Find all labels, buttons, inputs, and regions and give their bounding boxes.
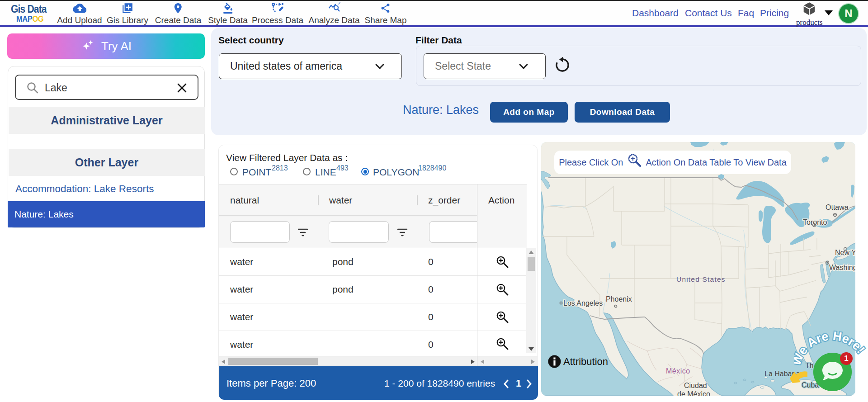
svg-text:México: México	[666, 367, 690, 375]
svg-text:New Yor: New Yor	[835, 249, 855, 256]
svg-text:de México: de México	[677, 390, 710, 396]
svg-text:Ottawa: Ottawa	[826, 203, 849, 211]
svg-text:United States: United States	[676, 275, 726, 283]
svg-text:Phoenix: Phoenix	[606, 295, 632, 303]
svg-text:Toronto: Toronto	[803, 218, 827, 226]
svg-text:Ciudad: Ciudad	[684, 382, 707, 389]
svg-text:Washington: Washington	[829, 264, 855, 271]
svg-text:Los Angeles: Los Angeles	[563, 299, 603, 307]
